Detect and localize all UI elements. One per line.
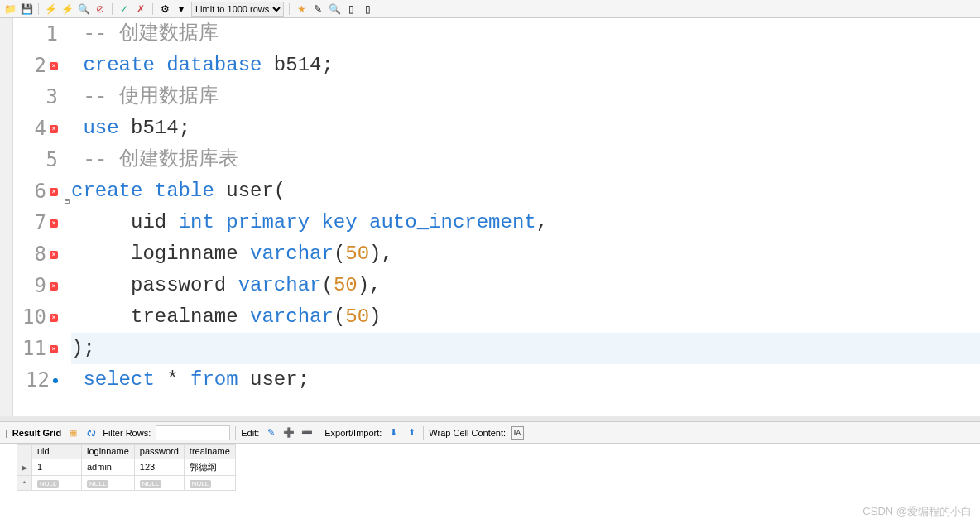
error-marker-icon: × (50, 251, 58, 259)
rollback-icon[interactable]: ✗ (134, 2, 147, 16)
code-line[interactable]: -- 创建数据库表 (71, 144, 980, 175)
limit-rows-select[interactable]: Limit to 1000 rows (191, 2, 284, 17)
error-marker-icon: × (50, 314, 58, 322)
export-import-label: Export/Import: (324, 428, 382, 438)
grid-icon[interactable]: ▦ (66, 426, 79, 440)
code-line[interactable]: select * from user; (71, 364, 980, 396)
error-marker-icon: × (50, 345, 58, 353)
commit-icon[interactable]: ✓ (118, 2, 131, 16)
code-line[interactable]: trealname varchar(50) (71, 301, 980, 333)
separator (152, 3, 153, 15)
filter-rows-input[interactable] (156, 425, 230, 440)
code-area[interactable]: -- 创建数据库 create database b514; -- 使用数据库 … (71, 18, 980, 416)
grid-header-row: uidloginnamepasswordtrealname (17, 445, 236, 459)
stop-icon[interactable]: ⊘ (94, 2, 107, 16)
import-icon[interactable]: ⬆ (405, 426, 418, 440)
fold-guide (70, 207, 70, 396)
row-marker: ▶ (17, 459, 32, 476)
gutter-line: 4× (13, 113, 68, 144)
gutter-line: 10× (13, 301, 68, 333)
grid-cell[interactable]: NULL (82, 476, 135, 491)
code-line[interactable]: create table user( (71, 175, 980, 207)
error-marker-icon: × (50, 188, 58, 196)
sql-editor[interactable]: 12×34×56×⊟7×8×9×10×11×12 -- 创建数据库 create… (0, 18, 980, 416)
grid-header-cell[interactable]: trealname (184, 445, 235, 459)
separator (235, 426, 236, 440)
execute-icon[interactable]: ⚡ (44, 2, 57, 16)
gutter-line: 7× (13, 207, 68, 238)
separator (112, 3, 113, 15)
save-icon[interactable]: 💾 (20, 2, 33, 16)
delete-row-icon[interactable]: ➖ (300, 426, 314, 440)
open-icon[interactable]: 📁 (3, 2, 17, 16)
code-line[interactable]: use b514; (71, 113, 980, 144)
edit-icon[interactable]: ✎ (264, 426, 277, 440)
gutter-line: 2× (13, 50, 68, 81)
editor-margin (0, 18, 13, 416)
grid-cell[interactable]: admin (82, 459, 135, 476)
refresh-icon[interactable]: 🗘 (84, 426, 98, 440)
error-marker-icon: × (50, 282, 58, 291)
beautify-icon[interactable]: ★ (295, 2, 308, 16)
separator (38, 3, 39, 15)
grid-cell[interactable]: NULL (32, 476, 82, 491)
separator (289, 3, 290, 15)
edit-label: Edit: (241, 428, 259, 438)
grid-cell[interactable]: 1 (32, 459, 82, 476)
grid-cell[interactable]: 郭德纲 (184, 459, 235, 476)
grid-header-cell[interactable]: uid (32, 445, 82, 459)
add-row-icon[interactable]: ➕ (282, 426, 295, 440)
panel2-icon[interactable]: ▯ (361, 2, 374, 16)
result-grid-label: Result Grid (12, 428, 61, 438)
panel1-icon[interactable]: ▯ (344, 2, 358, 16)
error-marker-icon: × (50, 62, 58, 70)
row-marker: * (17, 476, 32, 491)
result-grid[interactable]: uidloginnamepasswordtrealname▶1admin123郭… (17, 444, 236, 491)
gutter-line: 6×⊟ (13, 175, 68, 207)
grid-cell[interactable]: NULL (134, 476, 184, 491)
beautify2-icon[interactable]: ✎ (311, 2, 324, 16)
code-line[interactable]: -- 创建数据库 (71, 18, 980, 50)
line-gutter: 12×34×56×⊟7×8×9×10×11×12 (13, 18, 71, 416)
gutter-line: 9× (13, 270, 68, 301)
error-marker-icon: × (50, 125, 58, 133)
table-row[interactable]: ▶1admin123郭德纲 (17, 459, 236, 476)
wrap-icon[interactable]: IA (511, 426, 524, 440)
filter-rows-label: Filter Rows: (103, 428, 151, 438)
limit-icon[interactable]: ▾ (175, 2, 188, 16)
gutter-line: 11× (13, 333, 68, 364)
explain-icon[interactable]: 🔍 (77, 2, 90, 16)
code-line[interactable]: loginname varchar(50), (71, 238, 980, 270)
code-line[interactable]: uid int primary key auto_increment, (71, 207, 980, 238)
separator (423, 426, 424, 440)
gutter-line: 12 (13, 364, 68, 396)
table-row[interactable]: *NULLNULLNULLNULL (17, 476, 236, 491)
code-line[interactable]: password varchar(50), (71, 270, 980, 301)
code-line[interactable]: ); (71, 333, 980, 364)
separator (319, 426, 319, 440)
vertical-bar: | (5, 428, 7, 438)
grid-header-cell[interactable]: loginname (82, 445, 135, 459)
code-line[interactable]: create database b514; (71, 50, 980, 81)
splitter[interactable] (0, 416, 980, 422)
wrap-cell-label: Wrap Cell Content: (429, 428, 506, 438)
grid-cell[interactable]: NULL (184, 476, 235, 491)
gutter-line: 8× (13, 238, 68, 270)
search-icon[interactable]: 🔍 (328, 2, 341, 16)
execute-step-icon[interactable]: ⚡ (60, 2, 74, 16)
autocommit-icon[interactable]: ⚙ (158, 2, 171, 16)
grid-header-cell[interactable]: password (134, 445, 184, 459)
main-toolbar: 📁 💾 ⚡ ⚡ 🔍 ⊘ ✓ ✗ ⚙ ▾ Limit to 1000 rows ★… (0, 0, 980, 18)
gutter-line: 1 (13, 18, 68, 50)
code-line[interactable]: -- 使用数据库 (71, 81, 980, 113)
gutter-line: 5 (13, 144, 68, 175)
gutter-line: 3 (13, 81, 68, 113)
error-marker-icon: × (50, 219, 58, 228)
grid-cell[interactable]: 123 (134, 459, 184, 476)
cursor-marker-icon (53, 378, 58, 383)
result-toolbar: | Result Grid ▦ 🗘 Filter Rows: Edit: ✎ ➕… (0, 422, 980, 444)
export-icon[interactable]: ⬇ (387, 426, 400, 440)
